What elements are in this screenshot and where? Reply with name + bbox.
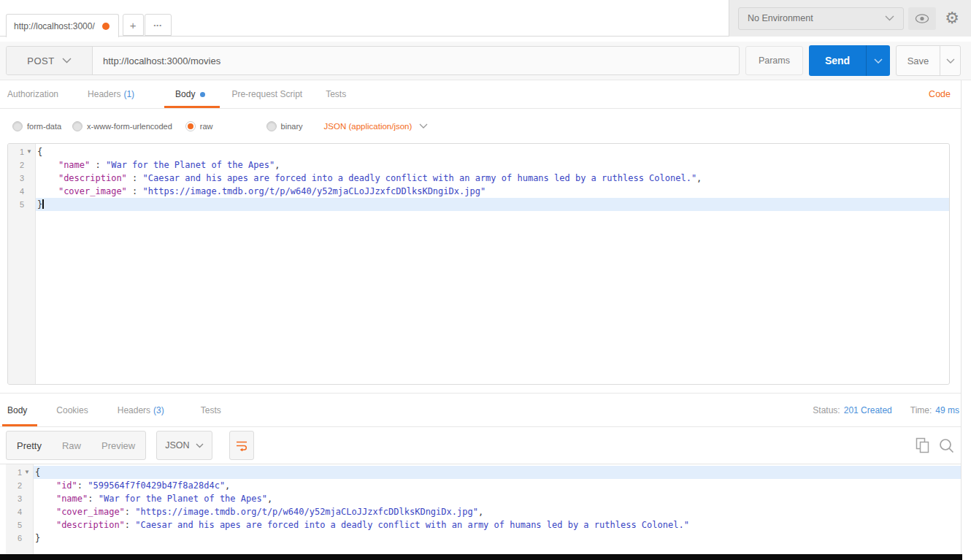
code-area[interactable]: { "id": "599564f7f0429b47f8a28d4c", "nam…: [34, 464, 961, 554]
tab-label: Tests: [201, 405, 221, 415]
search-icon[interactable]: [939, 438, 954, 453]
send-button-group: Send: [809, 45, 890, 76]
tab-body[interactable]: Body: [164, 80, 220, 108]
code-line[interactable]: {: [34, 466, 961, 479]
chevron-down-icon: [946, 58, 955, 64]
wrap-text-icon: [236, 440, 247, 451]
code-line[interactable]: "name": "War for the Planet of the Apes"…: [34, 492, 961, 505]
content-type-selector[interactable]: JSON (application/json): [324, 122, 429, 131]
tab-label: Tests: [326, 89, 346, 99]
method-value: POST: [27, 55, 54, 66]
gear-icon: ⚙: [945, 9, 959, 28]
code-line[interactable]: "description" : "Caesar and his apes are…: [36, 172, 949, 185]
radio-icon: [12, 121, 23, 131]
radio-icon: [72, 121, 82, 131]
status-label: Status:: [813, 405, 840, 415]
wrap-text-button[interactable]: [229, 431, 254, 460]
line-number: 5: [8, 198, 35, 211]
text-cursor: [42, 199, 44, 209]
chevron-down-icon: [419, 123, 428, 129]
settings-button[interactable]: ⚙: [940, 7, 964, 30]
response-tab-body[interactable]: Body: [2, 394, 37, 426]
view-pretty[interactable]: Pretty: [7, 431, 52, 459]
send-options-button[interactable]: [866, 45, 890, 76]
radio-label: form-data: [27, 122, 61, 131]
time-value: 49 ms: [935, 405, 959, 415]
bottom-black-bar: [0, 554, 962, 560]
radio-label: x-www-form-urlencoded: [87, 122, 172, 131]
url-builder-bar: POST http://localhost:3000/movies Params…: [0, 42, 971, 80]
save-options-button[interactable]: [940, 46, 960, 75]
radio-label: binary: [281, 122, 303, 131]
body-type-raw[interactable]: raw: [185, 121, 213, 131]
code-line[interactable]: }: [34, 532, 961, 545]
response-format-selector[interactable]: JSON: [156, 431, 212, 460]
tab-pre-request-script[interactable]: Pre-request Script: [220, 80, 314, 108]
new-tab-button[interactable]: +: [123, 14, 144, 36]
code-line[interactable]: "cover_image": "https://image.tmdb.org/t…: [34, 505, 961, 518]
code-area[interactable]: { "name" : "War for the Planet of the Ap…: [36, 144, 949, 384]
view-raw[interactable]: Raw: [52, 431, 91, 459]
environment-selector[interactable]: No Environment: [738, 7, 904, 30]
response-tab-cookies[interactable]: Cookies: [51, 394, 98, 426]
body-active-dot: [200, 92, 205, 97]
code-link[interactable]: Code: [929, 80, 951, 108]
code-line[interactable]: "name" : "War for the Planet of the Apes…: [36, 158, 949, 172]
tab-overflow-button[interactable]: •••: [145, 14, 172, 36]
response-actions: [916, 437, 954, 453]
fold-arrow-icon[interactable]: ▼: [24, 145, 34, 158]
environment-quick-look-button[interactable]: [908, 7, 936, 30]
request-tabs: Authorization Headers (1) Body Pre-reque…: [0, 80, 961, 109]
method-selector[interactable]: POST: [7, 47, 93, 74]
body-type-urlencoded[interactable]: x-www-form-urlencoded: [72, 121, 172, 131]
copy-icon[interactable]: [916, 437, 930, 453]
unsaved-changes-dot: [102, 23, 110, 30]
line-number: 4: [8, 185, 35, 198]
response-meta: Status: 201 Created Time: 49 ms: [813, 394, 961, 426]
line-number: 1▼: [6, 466, 33, 479]
request-response-pane: Authorization Headers (1) Body Pre-reque…: [0, 80, 962, 554]
request-tab[interactable]: http://localhost:3000/: [6, 14, 119, 37]
fold-arrow-icon[interactable]: ▼: [22, 466, 32, 479]
code-line[interactable]: "cover_image" : "https://image.tmdb.org/…: [36, 185, 949, 198]
spacer: [0, 385, 961, 393]
body-type-row: form-data x-www-form-urlencoded raw bina…: [0, 109, 961, 143]
tab-label: Headers: [118, 405, 150, 415]
request-tab-strip: http://localhost:3000/ + •••: [0, 0, 729, 37]
chevron-down-icon: [196, 443, 204, 448]
code-line[interactable]: {: [36, 145, 949, 158]
tab-label: Body: [7, 405, 27, 415]
response-body-viewer[interactable]: 1▼23456 { "id": "599564f7f0429b47f8a28d4…: [6, 464, 961, 554]
save-button[interactable]: Save: [897, 46, 940, 75]
tab-label: Pre-request Script: [231, 89, 302, 99]
line-number-gutter: 1▼2345: [8, 144, 36, 384]
response-tab-tests[interactable]: Tests: [196, 394, 231, 426]
line-number: 6: [6, 532, 33, 545]
response-toolbar: Pretty Raw Preview JSON: [0, 427, 961, 464]
body-type-binary[interactable]: binary: [266, 121, 303, 131]
chevron-down-icon: [62, 58, 72, 64]
save-button-group: Save: [896, 45, 961, 76]
body-type-form-data[interactable]: form-data: [12, 121, 61, 131]
line-number: 3: [6, 492, 33, 505]
chevron-down-icon: [885, 15, 894, 21]
radio-label: raw: [200, 122, 213, 131]
tab-tests[interactable]: Tests: [314, 80, 358, 108]
tab-count: (3): [153, 405, 164, 415]
radio-selected-icon: [185, 121, 196, 131]
response-tabs: Body Cookies Headers (3) Tests Status: 2…: [0, 393, 961, 427]
request-body-editor[interactable]: 1▼2345 { "name" : "War for the Planet of…: [7, 143, 950, 385]
code-line[interactable]: "id": "599564f7f0429b47f8a28d4c",: [34, 479, 961, 492]
tab-authorization[interactable]: Authorization: [0, 80, 70, 108]
code-line[interactable]: "description": "Caesar and his apes are …: [34, 518, 961, 532]
tab-headers[interactable]: Headers (1): [76, 80, 146, 108]
top-bar: http://localhost:3000/ + ••• No Environm…: [0, 0, 971, 37]
params-button[interactable]: Params: [745, 46, 803, 75]
url-input[interactable]: http://localhost:3000/movies: [93, 47, 739, 74]
response-tab-headers[interactable]: Headers (3): [112, 394, 174, 426]
view-preview[interactable]: Preview: [91, 431, 145, 459]
send-button[interactable]: Send: [809, 45, 866, 76]
tab-label: Authorization: [7, 89, 58, 99]
code-line[interactable]: }: [36, 198, 949, 211]
radio-icon: [266, 121, 277, 131]
